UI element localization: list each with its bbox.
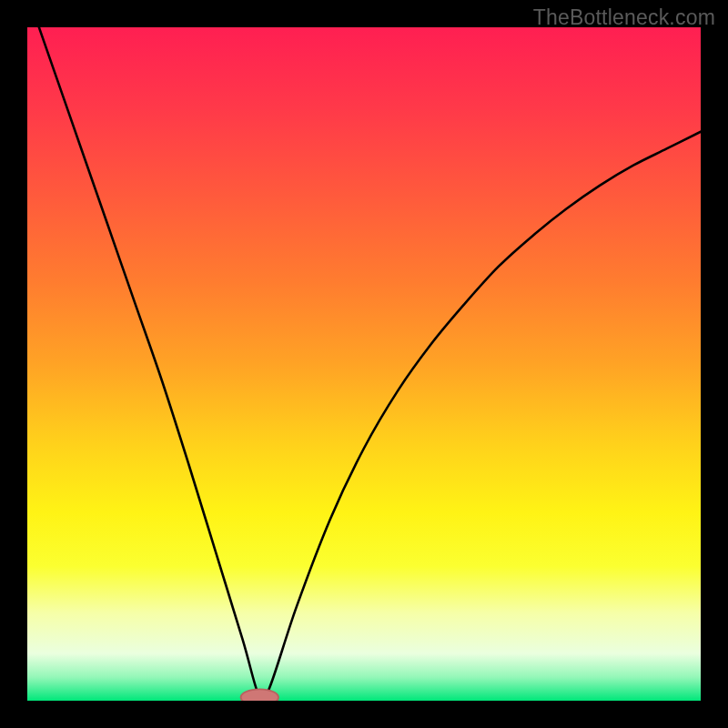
gradient-background [27,27,701,701]
chart-svg [27,27,701,701]
plot-area [27,27,701,701]
watermark-text: TheBottleneck.com [533,5,715,30]
optimum-marker [241,689,278,701]
chart-frame: TheBottleneck.com [0,0,728,728]
